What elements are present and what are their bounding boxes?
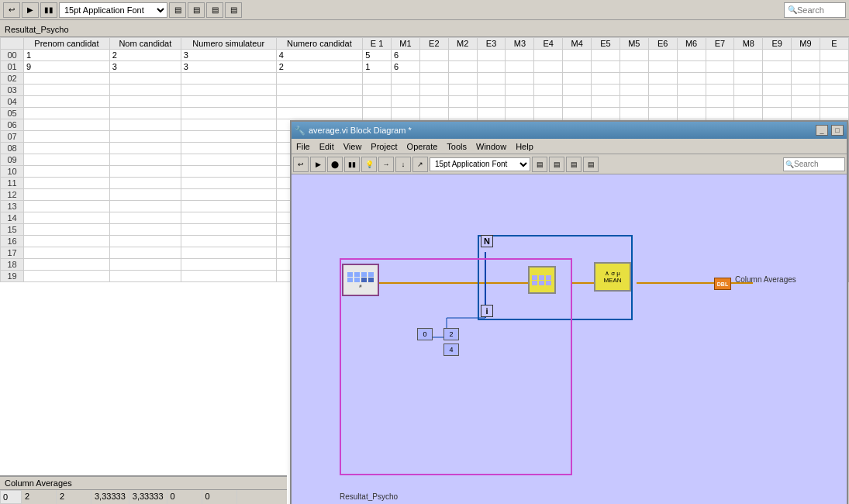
data-cell[interactable] [477, 61, 506, 73]
data-cell[interactable] [448, 73, 477, 85]
data-cell[interactable] [677, 50, 706, 61]
data-cell[interactable] [592, 108, 620, 119]
bd-run-btn[interactable]: ▶ [310, 157, 326, 172]
data-cell[interactable] [734, 108, 763, 119]
data-cell[interactable] [24, 236, 110, 247]
data-cell[interactable] [706, 73, 734, 85]
data-cell[interactable] [534, 85, 563, 96]
bd-align-btn[interactable]: ▤ [532, 157, 547, 172]
data-cell[interactable] [363, 73, 392, 85]
data-cell[interactable] [181, 259, 276, 271]
data-cell[interactable] [419, 85, 448, 96]
data-cell[interactable] [820, 73, 848, 85]
bd-step1-btn[interactable]: → [378, 157, 394, 172]
data-cell[interactable] [648, 50, 677, 61]
data-cell[interactable] [419, 50, 448, 61]
data-cell[interactable] [448, 50, 477, 61]
data-cell[interactable] [763, 85, 792, 96]
data-cell[interactable] [109, 212, 181, 224]
data-cell[interactable] [392, 96, 420, 108]
data-cell[interactable] [276, 73, 363, 85]
bd-back-btn[interactable]: ↩ [293, 157, 309, 172]
data-cell[interactable] [477, 50, 506, 61]
data-cell[interactable] [181, 236, 276, 247]
resize-btn[interactable]: ▤ [206, 2, 223, 18]
data-cell[interactable] [648, 108, 677, 119]
data-cell[interactable] [109, 236, 181, 247]
data-cell[interactable]: 3 [181, 50, 276, 61]
data-cell[interactable] [563, 96, 592, 108]
data-cell[interactable] [706, 61, 734, 73]
data-cell[interactable] [276, 96, 363, 108]
data-cell[interactable] [477, 73, 506, 85]
data-cell[interactable] [706, 50, 734, 61]
data-cell[interactable]: 4 [276, 50, 363, 61]
data-cell[interactable] [706, 96, 734, 108]
bd-resize-btn[interactable]: ▤ [566, 157, 582, 172]
data-cell[interactable] [109, 247, 181, 259]
data-cell[interactable] [181, 108, 276, 119]
bd-maximize-btn[interactable]: □ [831, 125, 844, 136]
data-cell[interactable] [109, 154, 181, 166]
data-cell[interactable] [109, 271, 181, 282]
search-input[interactable] [797, 5, 844, 15]
data-cell[interactable] [419, 96, 448, 108]
data-cell[interactable] [109, 119, 181, 131]
data-cell[interactable] [24, 143, 110, 154]
data-cell[interactable] [24, 73, 110, 85]
data-cell[interactable] [506, 85, 534, 96]
data-cell[interactable] [734, 61, 763, 73]
data-cell[interactable] [109, 73, 181, 85]
data-cell[interactable] [109, 259, 181, 271]
data-cell[interactable] [181, 247, 276, 259]
data-cell[interactable]: 5 [363, 50, 392, 61]
data-cell[interactable] [109, 143, 181, 154]
data-cell[interactable] [563, 108, 592, 119]
data-cell[interactable] [506, 73, 534, 85]
data-cell[interactable] [24, 259, 110, 271]
data-cell[interactable] [181, 154, 276, 166]
menu-edit[interactable]: Edit [318, 142, 336, 151]
bd-pause-btn[interactable]: ▮▮ [344, 157, 360, 172]
data-cell[interactable] [24, 154, 110, 166]
data-cell[interactable] [534, 73, 563, 85]
data-cell[interactable] [648, 96, 677, 108]
data-cell[interactable] [619, 61, 648, 73]
data-cell[interactable] [592, 85, 620, 96]
data-cell[interactable] [706, 85, 734, 96]
dist-btn[interactable]: ▤ [188, 2, 205, 18]
data-cell[interactable] [534, 108, 563, 119]
data-cell[interactable] [363, 85, 392, 96]
menu-help[interactable]: Help [514, 142, 535, 151]
data-cell[interactable]: 6 [392, 61, 420, 73]
data-cell[interactable] [419, 108, 448, 119]
data-cell[interactable] [763, 96, 792, 108]
data-cell[interactable] [677, 73, 706, 85]
data-cell[interactable] [477, 96, 506, 108]
bd-highlight-btn[interactable]: 💡 [361, 157, 377, 172]
data-cell[interactable] [619, 96, 648, 108]
bd-reorder-btn[interactable]: ▤ [583, 157, 599, 172]
data-cell[interactable] [181, 96, 276, 108]
data-cell[interactable] [181, 119, 276, 131]
data-cell[interactable] [563, 73, 592, 85]
data-cell[interactable] [24, 119, 110, 131]
menu-view[interactable]: View [342, 142, 364, 151]
data-cell[interactable]: 2 [109, 50, 181, 61]
data-cell[interactable] [820, 85, 848, 96]
reorder-btn[interactable]: ▤ [225, 2, 242, 18]
align-btn[interactable]: ▤ [169, 2, 186, 18]
data-cell[interactable] [392, 85, 420, 96]
data-cell[interactable] [24, 178, 110, 189]
data-cell[interactable] [363, 96, 392, 108]
data-cell[interactable] [677, 108, 706, 119]
data-cell[interactable] [181, 85, 276, 96]
data-cell[interactable] [619, 50, 648, 61]
data-cell[interactable] [534, 61, 563, 73]
data-cell[interactable] [419, 73, 448, 85]
data-cell[interactable] [24, 271, 110, 282]
data-cell[interactable] [448, 61, 477, 73]
data-cell[interactable] [276, 108, 363, 119]
data-cell[interactable] [109, 108, 181, 119]
data-cell[interactable] [648, 73, 677, 85]
